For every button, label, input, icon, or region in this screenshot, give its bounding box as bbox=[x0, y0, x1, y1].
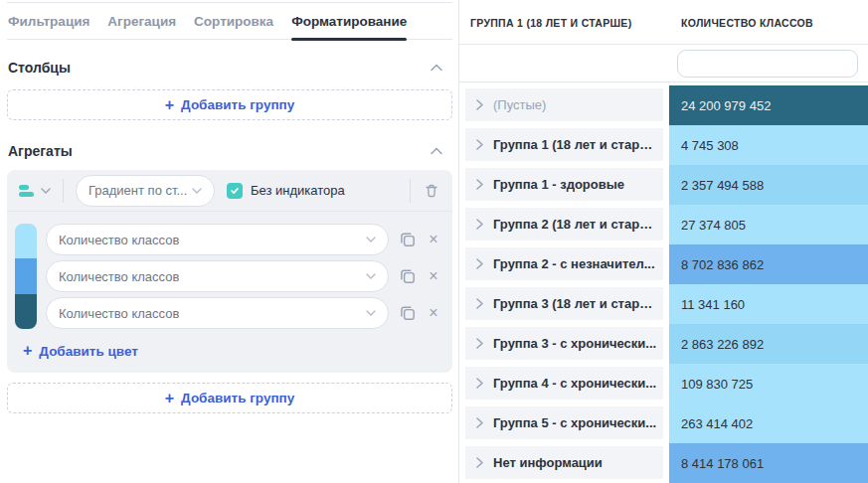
format-type-value: Градиент по ст... bbox=[88, 183, 187, 198]
row-value-cell[interactable]: 263 414 402 bbox=[669, 403, 868, 443]
row-label: Нет информации bbox=[493, 455, 608, 470]
chevron-up-icon[interactable] bbox=[431, 147, 442, 155]
color-swatch-light[interactable] bbox=[15, 224, 37, 258]
chevron-down-icon bbox=[366, 310, 376, 316]
plus-icon: + bbox=[165, 391, 174, 406]
copy-icon[interactable] bbox=[399, 304, 417, 322]
row-label-cell[interactable]: Группа 5 - с хронически... bbox=[465, 406, 663, 439]
row-label: Группа 2 - с незначител... bbox=[493, 256, 661, 271]
field-select-value: Количество классов bbox=[59, 306, 179, 321]
chevron-right-icon[interactable] bbox=[476, 338, 483, 349]
row-label-cell[interactable]: Группа 1 (18 лет и старше) bbox=[465, 128, 663, 161]
chevron-down-icon[interactable] bbox=[41, 188, 51, 194]
chevron-right-icon[interactable] bbox=[476, 258, 483, 269]
table-rows: (Пустые) 24 200 979 452 Группа 1 (18 лет… bbox=[459, 85, 868, 483]
table-row: Группа 1 - здоровые 2 357 494 588 bbox=[459, 165, 868, 205]
chevron-right-icon[interactable] bbox=[476, 298, 483, 309]
no-indicator-label: Без индикатора bbox=[251, 183, 345, 198]
chevron-up-icon[interactable] bbox=[431, 64, 442, 72]
row-value-cell[interactable]: 11 341 160 bbox=[669, 284, 868, 324]
divider bbox=[410, 179, 411, 203]
columns-section-title: Столбцы bbox=[8, 60, 71, 76]
row-value-cell[interactable]: 109 830 725 bbox=[669, 364, 868, 403]
chevron-down-icon bbox=[366, 237, 376, 242]
color-swatch-medium[interactable] bbox=[15, 258, 37, 293]
chevron-right-icon[interactable] bbox=[476, 139, 483, 150]
close-icon[interactable]: × bbox=[427, 305, 440, 321]
tab-sorting[interactable]: Сортировка bbox=[194, 3, 273, 39]
field-select-value: Количество классов bbox=[59, 269, 179, 284]
field-select[interactable]: Количество классов bbox=[46, 260, 389, 292]
column-filter[interactable] bbox=[677, 50, 858, 78]
table-row: Группа 2 - с незначител... 8 702 836 862 bbox=[459, 244, 868, 284]
row-label: (Пустые) bbox=[493, 97, 552, 112]
table-header: ГРУППА 1 (18 ЛЕТ И СТАРШЕ) КОЛИЧЕСТВО КЛ… bbox=[459, 0, 868, 45]
table-row: Нет информации 8 414 178 061 bbox=[459, 443, 868, 483]
color-swatch-dark[interactable] bbox=[15, 294, 37, 329]
gradient-swatch-column bbox=[15, 224, 37, 329]
chevron-right-icon[interactable] bbox=[476, 219, 483, 230]
add-color-button[interactable]: + Добавить цвет bbox=[23, 343, 452, 359]
add-color-label: Добавить цвет bbox=[39, 344, 138, 359]
row-label-cell[interactable]: Группа 1 - здоровые bbox=[465, 168, 663, 201]
chevron-right-icon[interactable] bbox=[476, 378, 483, 389]
chevron-right-icon[interactable] bbox=[476, 179, 483, 190]
no-indicator-option: Без индикатора bbox=[227, 183, 398, 199]
row-label-cell[interactable]: (Пустые) bbox=[465, 88, 663, 121]
gradient-colors-list: Количество классов × Количество классов … bbox=[7, 212, 452, 329]
row-label-cell[interactable]: Группа 3 - с хронически... bbox=[465, 327, 663, 360]
plus-icon: + bbox=[23, 343, 32, 359]
row-value-cell[interactable]: 24 200 979 452 bbox=[669, 85, 868, 125]
chevron-down-icon bbox=[192, 188, 202, 194]
no-indicator-checkbox[interactable] bbox=[227, 183, 243, 199]
close-icon[interactable]: × bbox=[427, 232, 440, 247]
column-header-group[interactable]: ГРУППА 1 (18 ЛЕТ И СТАРШЕ) bbox=[470, 0, 631, 45]
row-label: Группа 1 - здоровые bbox=[493, 177, 630, 192]
table-row: Группа 3 - с хронически... 2 863 226 892 bbox=[459, 324, 868, 364]
row-label-cell[interactable]: Группа 2 (18 лет и старше) bbox=[465, 208, 663, 241]
row-label-cell[interactable]: Группа 4 - с хронически... bbox=[465, 367, 663, 400]
table-row: Группа 3 (18 лет и старше) 11 341 160 bbox=[459, 284, 868, 324]
field-select-value: Количество классов bbox=[59, 233, 179, 247]
tab-filtering[interactable]: Фильтрация bbox=[8, 3, 89, 39]
row-value-cell[interactable]: 27 374 805 bbox=[669, 205, 868, 244]
copy-icon[interactable] bbox=[399, 231, 417, 248]
field-select[interactable]: Количество классов bbox=[46, 224, 389, 255]
add-group-button-aggregates[interactable]: + Добавить группу bbox=[7, 383, 452, 413]
trash-icon[interactable] bbox=[423, 182, 440, 200]
close-icon[interactable]: × bbox=[427, 268, 440, 284]
row-value-cell[interactable]: 8 702 836 862 bbox=[669, 244, 868, 284]
aggregates-section-title: Агрегаты bbox=[8, 143, 73, 159]
chevron-right-icon[interactable] bbox=[476, 457, 483, 468]
divider bbox=[63, 179, 64, 203]
chevron-right-icon[interactable] bbox=[476, 99, 483, 110]
row-value-cell[interactable]: 8 414 178 061 bbox=[669, 443, 868, 483]
chevron-down-icon bbox=[366, 273, 376, 279]
aggregate-card-header: Градиент по ст... Без индикатора bbox=[7, 170, 452, 212]
column-header-classes[interactable]: КОЛИЧЕСТВО КЛАССОВ bbox=[681, 0, 813, 45]
add-group-button-columns[interactable]: + Добавить группу bbox=[7, 89, 452, 120]
aggregates-section-header: Агрегаты bbox=[8, 138, 450, 164]
tab-formatting[interactable]: Форматирование bbox=[291, 3, 407, 39]
row-value-cell[interactable]: 2 863 226 892 bbox=[669, 324, 868, 364]
row-label-cell[interactable]: Группа 2 - с незначител... bbox=[465, 247, 663, 280]
color-field-row: Количество классов × bbox=[46, 297, 440, 329]
table-row: Группа 4 - с хронически... 109 830 725 bbox=[459, 364, 868, 403]
pivot-table: ГРУППА 1 (18 ЛЕТ И СТАРШЕ) КОЛИЧЕСТВО КЛ… bbox=[458, 0, 868, 483]
row-value-cell[interactable]: 2 357 494 588 bbox=[669, 165, 868, 205]
column-filter-input[interactable] bbox=[694, 57, 848, 71]
formatting-panel: Фильтрация Агрегация Сортировка Форматир… bbox=[0, 0, 458, 483]
format-type-select[interactable]: Градиент по ст... bbox=[76, 175, 215, 207]
chevron-right-icon[interactable] bbox=[476, 417, 483, 428]
row-label-cell[interactable]: Нет информации bbox=[465, 446, 663, 479]
row-value-cell[interactable]: 4 745 308 bbox=[669, 125, 868, 165]
aggregate-group-card: Градиент по ст... Без индикатора bbox=[7, 170, 452, 373]
measures-icon[interactable] bbox=[19, 185, 35, 197]
copy-icon[interactable] bbox=[399, 267, 417, 285]
add-group-label: Добавить группу bbox=[181, 391, 294, 405]
field-select[interactable]: Количество классов bbox=[46, 297, 389, 329]
row-label-cell[interactable]: Группа 3 (18 лет и старше) bbox=[465, 287, 663, 320]
table-row: Группа 1 (18 лет и старше) 4 745 308 bbox=[459, 125, 868, 165]
row-label: Группа 2 (18 лет и старше) bbox=[493, 217, 663, 232]
tab-aggregation[interactable]: Агрегация bbox=[107, 3, 176, 39]
